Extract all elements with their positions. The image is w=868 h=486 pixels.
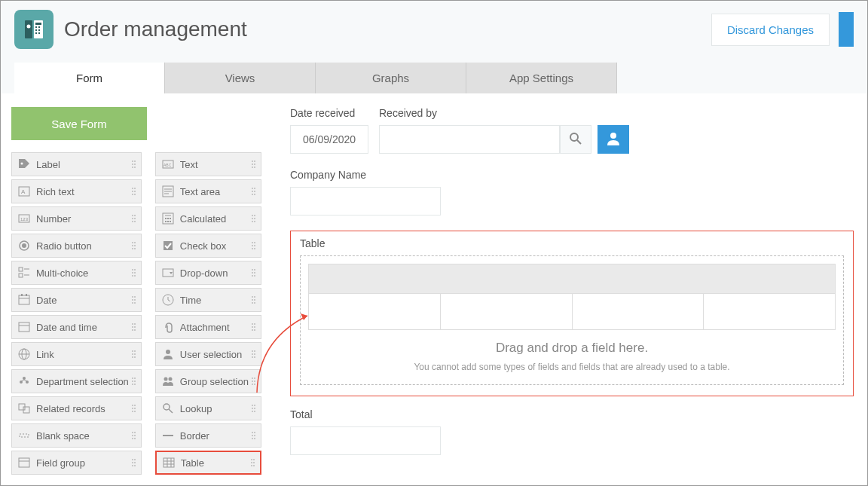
tab-graphs[interactable]: Graphs	[316, 63, 466, 93]
drop-down-icon	[160, 265, 176, 280]
field-item-check-box[interactable]: Check box	[155, 234, 261, 258]
svg-rect-28	[170, 221, 171, 222]
primary-action-stripe[interactable]	[839, 12, 854, 47]
field-item-multi-choice[interactable]: Multi-choice	[11, 261, 142, 285]
group-selection-icon	[160, 374, 176, 389]
received-by-input[interactable]	[379, 125, 560, 154]
table-drop-zone[interactable]: Drag and drop a field here. You cannot a…	[300, 255, 844, 385]
field-item-label: Attachment	[180, 322, 249, 333]
field-item-number[interactable]: 123Number	[11, 206, 142, 231]
drag-grip-icon	[249, 269, 256, 277]
field-item-related-records[interactable]: Related records	[11, 396, 142, 420]
svg-point-9	[27, 25, 31, 29]
company-name-input[interactable]	[290, 187, 441, 215]
multi-choice-icon	[17, 265, 32, 280]
drag-grip-icon	[129, 215, 136, 222]
field-item-department-selection[interactable]: Department selection	[11, 369, 142, 393]
svg-rect-3	[35, 26, 37, 28]
field-item-date-and-time[interactable]: Date and time	[11, 315, 142, 339]
drop-sub-text: You cannot add some types of fields and …	[308, 362, 836, 372]
field-item-field-group[interactable]: Field group	[11, 451, 142, 475]
related-records-icon	[17, 401, 32, 416]
field-item-label: Border	[180, 430, 249, 442]
tab-views[interactable]: Views	[165, 63, 316, 93]
label-icon	[17, 157, 32, 172]
field-item-link[interactable]: Link	[11, 342, 142, 366]
form-canvas: Date received Received by	[272, 93, 867, 485]
tab-form[interactable]: Form	[14, 63, 165, 93]
field-item-label: Field group	[36, 457, 129, 469]
check-box-icon	[160, 238, 176, 253]
field-item-label: Check box	[180, 240, 249, 252]
field-item-text-area[interactable]: Text area	[155, 179, 261, 203]
field-item-label[interactable]: Label	[11, 152, 142, 176]
table-field-block[interactable]: Table Drag and drop a field here. You ca…	[290, 231, 854, 396]
field-item-label: Blank space	[36, 430, 129, 442]
drag-grip-icon	[249, 242, 256, 249]
total-label: Total	[290, 408, 854, 420]
date-received-input[interactable]	[290, 125, 368, 154]
table-icon	[161, 455, 176, 470]
text-area-icon	[160, 184, 176, 199]
svg-text:A: A	[21, 188, 26, 195]
radio-button-icon	[17, 238, 32, 253]
table-cell	[573, 294, 704, 329]
save-form-button[interactable]: Save Form	[11, 107, 147, 140]
field-item-drop-down[interactable]: Drop-down	[155, 261, 261, 285]
svg-point-49	[166, 350, 170, 354]
field-item-label: Group selection	[180, 376, 249, 387]
field-item-attachment[interactable]: Attachment	[155, 315, 261, 339]
field-item-label: Text	[180, 159, 249, 170]
field-item-radio-button[interactable]: Radio button	[11, 234, 142, 258]
svg-rect-23	[165, 218, 167, 219]
field-item-text[interactable]: ABCText	[155, 152, 261, 176]
svg-rect-31	[164, 241, 173, 250]
field-item-table[interactable]: Table	[155, 451, 261, 475]
svg-point-70	[570, 133, 578, 141]
svg-rect-5	[35, 29, 37, 31]
search-user-button[interactable]	[560, 125, 591, 154]
field-item-label: Lookup	[180, 403, 249, 414]
app-icon	[14, 10, 53, 49]
svg-line-54	[24, 380, 27, 381]
svg-rect-33	[19, 274, 23, 277]
field-item-user-selection[interactable]: User selection	[155, 342, 261, 366]
field-item-rich-text[interactable]: ARich text	[11, 179, 142, 203]
lookup-icon	[160, 401, 176, 416]
field-item-blank-space[interactable]: Blank space	[11, 423, 142, 448]
discard-changes-button[interactable]: Discard Changes	[711, 14, 830, 46]
svg-rect-6	[38, 29, 40, 31]
svg-line-71	[577, 140, 581, 144]
svg-point-59	[164, 404, 170, 410]
field-item-border[interactable]: Border	[155, 423, 261, 448]
field-item-label: Date and time	[36, 322, 129, 333]
blank-space-icon	[17, 428, 32, 443]
drag-grip-icon	[249, 215, 256, 222]
svg-line-53	[21, 380, 24, 381]
date-icon	[17, 292, 32, 307]
attachment-icon	[160, 319, 176, 335]
field-item-group-selection[interactable]: Group selection	[155, 369, 261, 393]
field-item-time[interactable]: Time	[155, 288, 261, 312]
svg-rect-2	[35, 23, 41, 25]
rich-text-icon: A	[17, 184, 32, 199]
table-body-row	[308, 294, 836, 330]
table-label: Table	[300, 237, 844, 249]
field-item-label: Text area	[180, 186, 249, 197]
field-palette-sidebar: Save Form LabelABCTextARich textText are…	[1, 93, 272, 485]
table-cell	[441, 294, 573, 329]
drop-hint-text: Drag and drop a field here.	[308, 341, 836, 356]
search-icon	[568, 131, 583, 148]
date-and-time-icon	[17, 319, 32, 335]
total-input[interactable]	[290, 426, 441, 455]
svg-rect-37	[19, 295, 29, 304]
page-title: Order management	[64, 17, 711, 41]
time-icon	[160, 292, 176, 307]
svg-rect-39	[21, 294, 23, 296]
select-self-button[interactable]	[598, 125, 629, 154]
tab-app-settings[interactable]: App Settings	[466, 63, 617, 93]
field-item-lookup[interactable]: Lookup	[155, 396, 261, 420]
field-item-calculated[interactable]: Calculated	[155, 206, 261, 231]
drag-grip-icon	[129, 188, 136, 195]
field-item-date[interactable]: Date	[11, 288, 142, 312]
